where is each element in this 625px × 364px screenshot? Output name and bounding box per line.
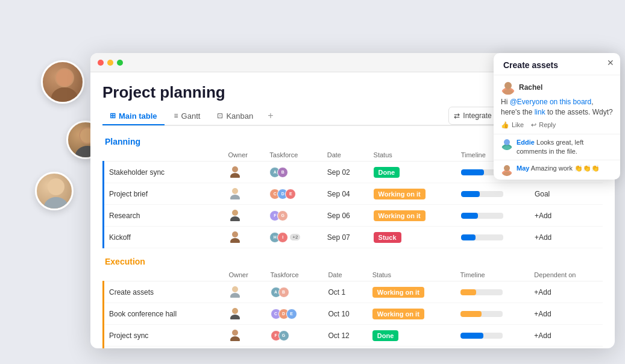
avatar — [228, 306, 242, 319]
svg-point-7 — [44, 197, 68, 210]
svg-point-17 — [232, 286, 238, 292]
col-dependent-exec: Dependent on — [529, 269, 603, 281]
integrate-icon: ⇄ — [454, 111, 460, 120]
table-row: Research F G Sep 06 — [104, 205, 603, 227]
close-dot[interactable] — [98, 60, 104, 66]
reply-icon: ↩ — [531, 121, 536, 129]
reply-text-2: May Amazing work 👏👏👏 — [517, 164, 600, 173]
svg-point-16 — [230, 238, 240, 243]
taskforce-cell: F G — [266, 325, 324, 347]
integrate-label: Integrate — [463, 111, 491, 120]
comment-mention[interactable]: @Everyone on this board — [510, 98, 592, 106]
owner-cell — [224, 162, 265, 183]
row-name: Project sync — [104, 325, 224, 347]
status-badge: Working on it — [374, 210, 426, 221]
col-owner-exec: Owner — [224, 269, 265, 281]
svg-point-11 — [232, 188, 238, 194]
close-button[interactable]: ✕ — [607, 58, 614, 67]
svg-point-13 — [232, 210, 238, 216]
col-taskforce-planning: Taskforce — [265, 149, 322, 162]
svg-point-9 — [232, 166, 238, 172]
status-cell: Working on it — [368, 303, 456, 325]
avatar-3 — [35, 172, 74, 210]
col-date-exec: Date — [323, 269, 367, 281]
status-badge: Stuck — [374, 232, 401, 243]
owner-cell — [224, 347, 265, 349]
svg-point-1 — [51, 87, 78, 104]
comment-link[interactable]: link — [535, 108, 545, 116]
table-row: Kickoff H I +2 Sep 07 — [104, 227, 603, 248]
date-cell: Sep 04 — [322, 183, 369, 205]
like-label: Like — [512, 121, 524, 128]
status-badge: Done — [374, 167, 400, 178]
date-cell: Sep 06 — [322, 205, 369, 227]
taskforce-cell: F G — [265, 205, 322, 227]
reply-username-2: May — [517, 165, 529, 172]
svg-point-21 — [232, 330, 238, 336]
like-icon: 👍 — [501, 121, 509, 129]
reply-block-2: May Amazing work 👏👏👏 — [494, 160, 620, 180]
tab-main-table[interactable]: ⊞ Main table — [102, 108, 165, 125]
row-name: Kickoff — [104, 227, 224, 248]
minimize-dot[interactable] — [107, 60, 113, 66]
timeline-cell — [456, 303, 530, 325]
tab-kanban-label: Kanban — [226, 111, 253, 121]
svg-point-20 — [230, 315, 240, 319]
svg-point-22 — [230, 336, 240, 341]
status-cell: Working on it — [369, 183, 456, 205]
table-row: Book conference hall C D E — [104, 303, 603, 325]
comment-text: Hi @Everyone on this board, here's the l… — [501, 97, 613, 118]
tab-kanban[interactable]: ⊡ Kanban — [210, 108, 260, 125]
owner-cell — [224, 281, 265, 303]
project-title: Project planning — [102, 83, 225, 102]
reply-avatar-1 — [501, 138, 513, 150]
owner-cell — [224, 205, 265, 227]
reply-username-1: Eddie — [517, 139, 535, 146]
tf-av-3: E — [285, 189, 296, 199]
avatar — [228, 186, 242, 199]
taskforce-cell: A B — [265, 162, 322, 183]
dependent-cell: +Add — [530, 227, 603, 248]
reply-block-1: Eddie Looks great, left comments in the … — [494, 134, 620, 160]
col-name-planning — [104, 149, 224, 162]
timeline-cell — [456, 325, 530, 347]
maximize-dot[interactable] — [117, 60, 123, 66]
col-taskforce-exec: Taskforce — [266, 269, 324, 281]
table-icon: ⊞ — [110, 111, 116, 120]
dependent-cell: +Add — [529, 347, 603, 349]
table-row: Create assets A B Oct 1 — [104, 281, 603, 303]
comment-popup: ✕ Create assets Rachel Hi @Everyone on t… — [494, 53, 620, 180]
timeline-cell — [456, 281, 530, 303]
col-status-exec: Status — [368, 269, 456, 281]
owner-cell — [224, 183, 265, 205]
dependent-cell: Goal — [530, 183, 603, 205]
status-badge: Working on it — [374, 189, 426, 199]
add-tab-button[interactable]: + — [263, 107, 278, 125]
status-cell: Done — [369, 162, 456, 183]
row-name: Launch update — [104, 347, 224, 349]
avatar — [228, 284, 242, 298]
avatar — [228, 230, 242, 243]
row-name: Book conference hall — [104, 303, 224, 325]
svg-point-19 — [232, 308, 238, 314]
svg-point-10 — [230, 173, 240, 178]
avatar — [228, 165, 242, 178]
execution-title: Execution — [102, 253, 603, 269]
tab-gantt[interactable]: ≡ Gantt — [167, 108, 208, 125]
like-button[interactable]: 👍 Like — [501, 121, 524, 129]
svg-point-26 — [504, 82, 512, 89]
popup-title: Create assets — [494, 53, 620, 75]
owner-cell — [224, 303, 265, 325]
reply-button[interactable]: ↩ Reply — [531, 121, 556, 129]
comment-pre: Hi — [501, 98, 510, 106]
svg-point-29 — [504, 139, 510, 145]
taskforce-cell: H I +2 — [266, 347, 324, 349]
status-cell: Working on it — [368, 281, 456, 303]
comment-actions: 👍 Like ↩ Reply — [501, 121, 613, 129]
svg-point-12 — [230, 195, 240, 199]
execution-header-row: Owner Taskforce Date Status Timeline Dep… — [104, 269, 603, 281]
dependent-cell: +Add — [529, 281, 603, 303]
table-row: Launch update H I +2 — [104, 347, 603, 349]
status-cell: Done — [368, 325, 456, 347]
row-name: Stakeholder sync — [104, 162, 224, 183]
